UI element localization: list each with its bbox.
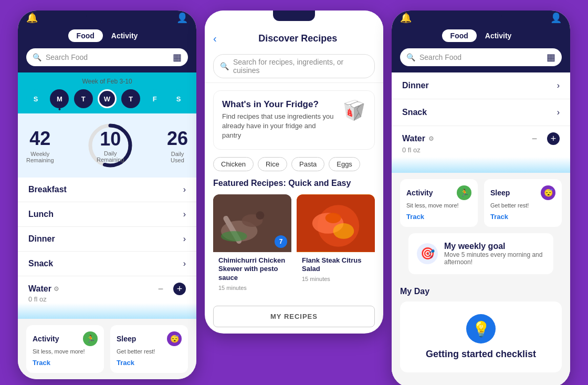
user-icon3: 👤 bbox=[550, 12, 562, 24]
menu-list1: Breakfast › Lunch › Dinner › Snack › Wat… bbox=[18, 178, 196, 319]
s3-dinner-label: Dinner bbox=[402, 81, 429, 90]
activity-tab1[interactable]: Activity bbox=[103, 29, 146, 42]
snack-item[interactable]: Snack › bbox=[18, 252, 196, 276]
circular-progress: 10 DailyRemaining bbox=[87, 122, 134, 169]
lunch-item[interactable]: Lunch › bbox=[18, 202, 196, 227]
s3-sleep-icon: 😴 bbox=[541, 185, 555, 200]
day-F1[interactable]: F bbox=[145, 89, 164, 108]
notch1 bbox=[86, 11, 128, 21]
search-input-wrap3[interactable]: 🔍 Search Food ▦ bbox=[400, 48, 562, 66]
recipe-info-2: Flank Steak Citrus Salad 15 minutes bbox=[297, 252, 375, 287]
activity-track-link1[interactable]: Track bbox=[33, 359, 98, 367]
day-T2[interactable]: T bbox=[121, 89, 140, 108]
day-M1[interactable]: M bbox=[50, 89, 69, 108]
food-tab3[interactable]: Food bbox=[442, 29, 477, 42]
search-bar1: 🔍 Search Food ▦ bbox=[18, 48, 196, 72]
recipe-img-1: 7 bbox=[213, 194, 291, 252]
screen1-phone: 🔔 👤 Food Activity 🔍 Search Food ▦ Week o… bbox=[18, 11, 196, 379]
s3-activity-track-link[interactable]: Track bbox=[406, 213, 471, 221]
sleep-track-link1[interactable]: Track bbox=[117, 359, 182, 367]
daily-remaining-label: DailyRemaining bbox=[97, 150, 124, 163]
activity-icon1: 🏃 bbox=[83, 331, 98, 346]
checklist-card[interactable]: 💡 Getting started checklist bbox=[400, 301, 562, 372]
barcode-icon3[interactable]: ▦ bbox=[547, 51, 555, 63]
bell-icon3: 🔔 bbox=[400, 12, 412, 24]
featured-section: Featured Recipes: Quick and Easy bbox=[205, 171, 383, 300]
dinner-item[interactable]: Dinner › bbox=[18, 227, 196, 252]
s3-water-minus-btn[interactable]: − bbox=[528, 132, 541, 145]
discover-title: Discover Recipes bbox=[221, 33, 375, 44]
fridge-desc: Find recipes that use ingredients you al… bbox=[222, 112, 336, 141]
sleep-desc1: Get better rest! bbox=[117, 348, 182, 355]
weekly-goal-wrap: 🎯 My weekly goal Move 5 minutes every mo… bbox=[392, 233, 570, 287]
screen2-search-wrap[interactable]: 🔍 Search for recipes, ingredients, or cu… bbox=[213, 54, 375, 78]
gear-icon3[interactable]: ⚙ bbox=[428, 135, 434, 142]
s3-activity-icon: 🏃 bbox=[457, 185, 471, 200]
s3-menu-list: Dinner › Snack › Water ⚙ − + bbox=[392, 72, 570, 173]
chip-chicken[interactable]: Chicken bbox=[213, 157, 254, 171]
nav-bar1: Food Activity bbox=[18, 25, 196, 48]
water-minus-btn1[interactable]: − bbox=[154, 283, 167, 295]
search-input-wrap1[interactable]: 🔍 Search Food ▦ bbox=[26, 48, 188, 66]
chip-eggs[interactable]: Eggs bbox=[329, 157, 360, 171]
chip-rice[interactable]: Rice bbox=[258, 157, 287, 171]
snack-chevron: › bbox=[183, 259, 186, 268]
lunch-chevron: › bbox=[183, 210, 186, 219]
search-icon2: 🔍 bbox=[220, 62, 229, 70]
s3-water-plus-btn[interactable]: + bbox=[547, 132, 560, 145]
sleep-card-header1: Sleep 😴 bbox=[117, 331, 182, 346]
svg-point-12 bbox=[326, 213, 341, 223]
chip-pasta[interactable]: Pasta bbox=[291, 157, 324, 171]
s3-sleep-track-link[interactable]: Track bbox=[490, 213, 555, 221]
goal-desc: Move 5 minutes every morning and afterno… bbox=[444, 251, 545, 266]
activity-card-header1: Activity 🏃 bbox=[33, 331, 98, 346]
activity-tab3[interactable]: Activity bbox=[477, 29, 520, 42]
recipe-img-2 bbox=[297, 194, 375, 252]
daily-used-stat: 26 DailyUsed bbox=[167, 128, 188, 163]
screen3-content: Dinner › Snack › Water ⚙ − + bbox=[392, 72, 570, 385]
week-label1: Week of Feb 3-10 bbox=[26, 78, 188, 85]
goal-text: My weekly goal Move 5 minutes every morn… bbox=[444, 242, 545, 266]
screen2-header: ‹ Discover Recipes bbox=[205, 25, 383, 50]
water-plus-btn1[interactable]: + bbox=[173, 283, 186, 295]
recipe-card-1[interactable]: 7 Chimichurri Chicken Skewer with pesto … bbox=[213, 194, 291, 296]
gear-icon1[interactable]: ⚙ bbox=[54, 285, 59, 293]
s3-snack-item[interactable]: Snack › bbox=[392, 99, 570, 126]
breakfast-item[interactable]: Breakfast › bbox=[18, 178, 196, 202]
fridge-card[interactable]: What's in Your Fridge? Find recipes that… bbox=[213, 90, 375, 150]
recipe-card-2[interactable]: Flank Steak Citrus Salad 15 minutes bbox=[297, 194, 375, 296]
breakfast-label: Breakfast bbox=[28, 185, 67, 194]
my-day-section: My Day 💡 Getting started checklist bbox=[392, 287, 570, 379]
featured-title: Featured Recipes: Quick and Easy bbox=[213, 179, 375, 188]
water-amount1: 0 fl oz bbox=[18, 295, 196, 303]
search-placeholder1: Search Food bbox=[46, 53, 169, 61]
s3-water-label: Water bbox=[402, 134, 425, 143]
recipe-search-placeholder: Search for recipes, ingredients, or cuis… bbox=[233, 58, 368, 75]
notch3 bbox=[460, 11, 502, 21]
recipe-badge-1: 7 bbox=[275, 235, 287, 248]
svg-point-6 bbox=[256, 211, 264, 220]
weekly-goal-card: 🎯 My weekly goal Move 5 minutes every mo… bbox=[408, 233, 553, 274]
day-W1[interactable]: W bbox=[98, 89, 117, 108]
day-S2[interactable]: S bbox=[169, 89, 188, 108]
recipe-time-2: 15 minutes bbox=[302, 276, 370, 282]
nav-tabs1: Food Activity bbox=[68, 29, 146, 42]
barcode-icon1[interactable]: ▦ bbox=[173, 51, 182, 63]
daily-used-num: 26 bbox=[167, 128, 188, 150]
food-tab1[interactable]: Food bbox=[68, 29, 103, 42]
day-S1[interactable]: S bbox=[26, 89, 45, 108]
screens-container: 🔔 👤 Food Activity 🔍 Search Food ▦ Week o… bbox=[18, 11, 570, 385]
s3-sleep-card: Sleep 😴 Get better rest! Track bbox=[484, 179, 562, 227]
my-recipes-button[interactable]: MY RECIPES bbox=[213, 306, 375, 327]
goal-icon: 🎯 bbox=[417, 243, 438, 264]
stats-row1: 42 WeeklyRemaining 10 DailyRemaining 26 … bbox=[18, 113, 196, 178]
lunch-label: Lunch bbox=[28, 210, 54, 219]
day-T1[interactable]: T bbox=[74, 89, 93, 108]
my-day-title: My Day bbox=[400, 287, 562, 296]
water-label1: Water bbox=[28, 284, 51, 294]
back-button[interactable]: ‹ bbox=[213, 33, 217, 45]
water-row1: Water ⚙ − + bbox=[18, 276, 196, 295]
fridge-text: What's in Your Fridge? Find recipes that… bbox=[222, 99, 336, 141]
recipe-name-1: Chimichurri Chicken Skewer with pesto sa… bbox=[218, 256, 286, 283]
s3-dinner-item[interactable]: Dinner › bbox=[392, 72, 570, 99]
